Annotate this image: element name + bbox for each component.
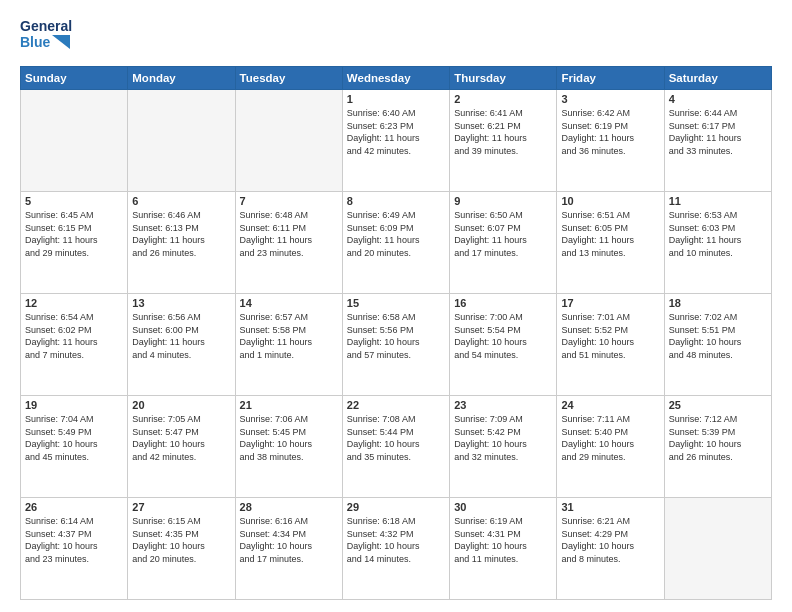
day-number: 15 (347, 297, 445, 309)
calendar-cell: 10Sunrise: 6:51 AM Sunset: 6:05 PM Dayli… (557, 192, 664, 294)
day-number: 30 (454, 501, 552, 513)
day-number: 11 (669, 195, 767, 207)
calendar-cell: 16Sunrise: 7:00 AM Sunset: 5:54 PM Dayli… (450, 294, 557, 396)
day-number: 24 (561, 399, 659, 411)
logo-graphic: General Blue (20, 18, 72, 58)
logo-text-blue: Blue (20, 34, 50, 50)
calendar-cell: 14Sunrise: 6:57 AM Sunset: 5:58 PM Dayli… (235, 294, 342, 396)
day-number: 10 (561, 195, 659, 207)
weekday-friday: Friday (557, 67, 664, 90)
day-info: Sunrise: 6:49 AM Sunset: 6:09 PM Dayligh… (347, 209, 445, 259)
day-info: Sunrise: 6:16 AM Sunset: 4:34 PM Dayligh… (240, 515, 338, 565)
weekday-thursday: Thursday (450, 67, 557, 90)
day-info: Sunrise: 6:48 AM Sunset: 6:11 PM Dayligh… (240, 209, 338, 259)
week-row-3: 12Sunrise: 6:54 AM Sunset: 6:02 PM Dayli… (21, 294, 772, 396)
week-row-2: 5Sunrise: 6:45 AM Sunset: 6:15 PM Daylig… (21, 192, 772, 294)
day-number: 9 (454, 195, 552, 207)
day-info: Sunrise: 6:58 AM Sunset: 5:56 PM Dayligh… (347, 311, 445, 361)
day-number: 16 (454, 297, 552, 309)
calendar-cell: 5Sunrise: 6:45 AM Sunset: 6:15 PM Daylig… (21, 192, 128, 294)
calendar-cell: 12Sunrise: 6:54 AM Sunset: 6:02 PM Dayli… (21, 294, 128, 396)
day-info: Sunrise: 6:57 AM Sunset: 5:58 PM Dayligh… (240, 311, 338, 361)
day-number: 2 (454, 93, 552, 105)
calendar-cell (128, 90, 235, 192)
calendar-cell: 29Sunrise: 6:18 AM Sunset: 4:32 PM Dayli… (342, 498, 449, 600)
calendar-cell: 26Sunrise: 6:14 AM Sunset: 4:37 PM Dayli… (21, 498, 128, 600)
calendar-cell: 21Sunrise: 7:06 AM Sunset: 5:45 PM Dayli… (235, 396, 342, 498)
calendar-cell: 4Sunrise: 6:44 AM Sunset: 6:17 PM Daylig… (664, 90, 771, 192)
calendar-cell: 30Sunrise: 6:19 AM Sunset: 4:31 PM Dayli… (450, 498, 557, 600)
day-number: 3 (561, 93, 659, 105)
calendar-cell: 27Sunrise: 6:15 AM Sunset: 4:35 PM Dayli… (128, 498, 235, 600)
weekday-wednesday: Wednesday (342, 67, 449, 90)
day-number: 31 (561, 501, 659, 513)
day-number: 14 (240, 297, 338, 309)
day-number: 19 (25, 399, 123, 411)
calendar-cell: 23Sunrise: 7:09 AM Sunset: 5:42 PM Dayli… (450, 396, 557, 498)
calendar-cell (664, 498, 771, 600)
calendar-cell: 17Sunrise: 7:01 AM Sunset: 5:52 PM Dayli… (557, 294, 664, 396)
day-info: Sunrise: 7:11 AM Sunset: 5:40 PM Dayligh… (561, 413, 659, 463)
day-info: Sunrise: 6:40 AM Sunset: 6:23 PM Dayligh… (347, 107, 445, 157)
day-info: Sunrise: 7:00 AM Sunset: 5:54 PM Dayligh… (454, 311, 552, 361)
logo-container: General Blue (20, 18, 72, 58)
calendar-cell: 15Sunrise: 6:58 AM Sunset: 5:56 PM Dayli… (342, 294, 449, 396)
logo-text-general: General (20, 18, 72, 34)
day-info: Sunrise: 6:44 AM Sunset: 6:17 PM Dayligh… (669, 107, 767, 157)
day-info: Sunrise: 6:56 AM Sunset: 6:00 PM Dayligh… (132, 311, 230, 361)
day-info: Sunrise: 7:06 AM Sunset: 5:45 PM Dayligh… (240, 413, 338, 463)
day-number: 4 (669, 93, 767, 105)
calendar-cell: 1Sunrise: 6:40 AM Sunset: 6:23 PM Daylig… (342, 90, 449, 192)
day-info: Sunrise: 6:54 AM Sunset: 6:02 PM Dayligh… (25, 311, 123, 361)
calendar-cell: 18Sunrise: 7:02 AM Sunset: 5:51 PM Dayli… (664, 294, 771, 396)
calendar-cell: 28Sunrise: 6:16 AM Sunset: 4:34 PM Dayli… (235, 498, 342, 600)
day-info: Sunrise: 6:50 AM Sunset: 6:07 PM Dayligh… (454, 209, 552, 259)
svg-marker-0 (52, 35, 70, 49)
page: General Blue SundayMondayTuesdayWednesda… (0, 0, 792, 612)
logo-arrow-icon (52, 35, 70, 49)
calendar-cell: 7Sunrise: 6:48 AM Sunset: 6:11 PM Daylig… (235, 192, 342, 294)
day-info: Sunrise: 6:14 AM Sunset: 4:37 PM Dayligh… (25, 515, 123, 565)
day-number: 26 (25, 501, 123, 513)
day-info: Sunrise: 6:21 AM Sunset: 4:29 PM Dayligh… (561, 515, 659, 565)
logo: General Blue (20, 18, 72, 58)
calendar-cell: 13Sunrise: 6:56 AM Sunset: 6:00 PM Dayli… (128, 294, 235, 396)
day-number: 18 (669, 297, 767, 309)
calendar-cell (235, 90, 342, 192)
day-number: 21 (240, 399, 338, 411)
day-number: 6 (132, 195, 230, 207)
calendar-cell: 9Sunrise: 6:50 AM Sunset: 6:07 PM Daylig… (450, 192, 557, 294)
day-info: Sunrise: 6:18 AM Sunset: 4:32 PM Dayligh… (347, 515, 445, 565)
day-info: Sunrise: 7:08 AM Sunset: 5:44 PM Dayligh… (347, 413, 445, 463)
calendar-table: SundayMondayTuesdayWednesdayThursdayFrid… (20, 66, 772, 600)
day-number: 20 (132, 399, 230, 411)
weekday-saturday: Saturday (664, 67, 771, 90)
day-info: Sunrise: 6:46 AM Sunset: 6:13 PM Dayligh… (132, 209, 230, 259)
day-info: Sunrise: 7:02 AM Sunset: 5:51 PM Dayligh… (669, 311, 767, 361)
calendar-cell: 31Sunrise: 6:21 AM Sunset: 4:29 PM Dayli… (557, 498, 664, 600)
calendar-cell: 2Sunrise: 6:41 AM Sunset: 6:21 PM Daylig… (450, 90, 557, 192)
day-number: 29 (347, 501, 445, 513)
day-info: Sunrise: 7:09 AM Sunset: 5:42 PM Dayligh… (454, 413, 552, 463)
day-info: Sunrise: 7:05 AM Sunset: 5:47 PM Dayligh… (132, 413, 230, 463)
day-info: Sunrise: 6:45 AM Sunset: 6:15 PM Dayligh… (25, 209, 123, 259)
week-row-1: 1Sunrise: 6:40 AM Sunset: 6:23 PM Daylig… (21, 90, 772, 192)
calendar-cell: 3Sunrise: 6:42 AM Sunset: 6:19 PM Daylig… (557, 90, 664, 192)
day-number: 27 (132, 501, 230, 513)
day-info: Sunrise: 7:01 AM Sunset: 5:52 PM Dayligh… (561, 311, 659, 361)
weekday-header-row: SundayMondayTuesdayWednesdayThursdayFrid… (21, 67, 772, 90)
day-number: 12 (25, 297, 123, 309)
day-info: Sunrise: 7:04 AM Sunset: 5:49 PM Dayligh… (25, 413, 123, 463)
header: General Blue (20, 18, 772, 58)
calendar-cell: 25Sunrise: 7:12 AM Sunset: 5:39 PM Dayli… (664, 396, 771, 498)
day-number: 25 (669, 399, 767, 411)
day-number: 17 (561, 297, 659, 309)
calendar-cell (21, 90, 128, 192)
day-number: 23 (454, 399, 552, 411)
calendar-cell: 24Sunrise: 7:11 AM Sunset: 5:40 PM Dayli… (557, 396, 664, 498)
day-info: Sunrise: 6:42 AM Sunset: 6:19 PM Dayligh… (561, 107, 659, 157)
calendar-cell: 8Sunrise: 6:49 AM Sunset: 6:09 PM Daylig… (342, 192, 449, 294)
day-number: 5 (25, 195, 123, 207)
day-number: 13 (132, 297, 230, 309)
day-info: Sunrise: 6:19 AM Sunset: 4:31 PM Dayligh… (454, 515, 552, 565)
